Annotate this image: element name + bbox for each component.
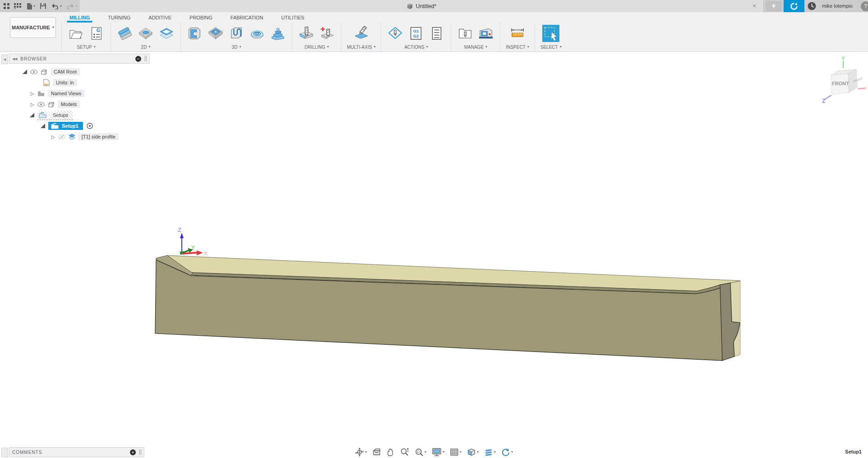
fusion-logo-button[interactable] bbox=[784, 0, 804, 12]
setup1-selected-row[interactable]: Setup1 bbox=[48, 122, 83, 130]
tree-row-models[interactable]: ▷ Models bbox=[9, 99, 150, 110]
new-tab-button[interactable]: + bbox=[766, 1, 782, 11]
file-grid-icon[interactable] bbox=[14, 3, 22, 9]
drill-new-button[interactable] bbox=[319, 25, 336, 42]
viewports-button[interactable]: ▾ bbox=[465, 446, 481, 458]
collapse-triangle-icon[interactable]: ▷ bbox=[31, 91, 34, 96]
2d-pocket-button[interactable] bbox=[137, 25, 154, 42]
machine-library-button[interactable] bbox=[477, 25, 494, 42]
group-label-manage[interactable]: MANAGE▾ bbox=[464, 43, 487, 51]
tab-milling[interactable]: MILLING bbox=[66, 13, 93, 23]
visibility-eye-icon[interactable] bbox=[37, 102, 45, 107]
tree-label-units[interactable]: Units: in bbox=[53, 79, 77, 86]
display-settings-button[interactable]: ▾ bbox=[429, 446, 447, 458]
visibility-off-eye-icon[interactable] bbox=[58, 134, 65, 139]
drill-button[interactable] bbox=[298, 25, 315, 42]
2d-contour-button[interactable] bbox=[158, 25, 175, 42]
tab-fabrication[interactable]: FABRICATION bbox=[227, 13, 267, 23]
help-button[interactable]: ? bbox=[861, 1, 868, 11]
expand-triangle-icon[interactable] bbox=[41, 124, 45, 128]
tree-row-setups[interactable]: Setups bbox=[9, 110, 150, 120]
expand-triangle-icon[interactable] bbox=[30, 113, 34, 117]
group-label-multi-axis[interactable]: MULTI-AXIS▾ bbox=[347, 43, 375, 51]
tree-label-models[interactable]: Models bbox=[58, 101, 80, 108]
expand-triangle-icon[interactable] bbox=[23, 69, 27, 74]
redo-button[interactable]: ▾ bbox=[66, 3, 77, 9]
layout-button[interactable]: ▾ bbox=[482, 446, 498, 458]
tab-turning[interactable]: TURNING bbox=[104, 13, 134, 23]
group-label-inspect[interactable]: INSPECT▾ bbox=[506, 43, 529, 51]
browser-remove-icon[interactable]: − bbox=[135, 56, 141, 62]
tree-row-units[interactable]: Units: in bbox=[9, 77, 150, 88]
browser-drag-grip[interactable] bbox=[145, 56, 147, 61]
grid-and-snaps-button[interactable]: ▾ bbox=[448, 446, 464, 458]
3d-spiral-button[interactable] bbox=[249, 25, 266, 42]
tree-label-t1-side-profile[interactable]: [T1] side profile bbox=[78, 133, 119, 140]
title-bar: ▾ ▾ ▾ Untitled* × + mike lotem bbox=[0, 0, 868, 12]
zoom-button[interactable] bbox=[398, 446, 411, 458]
tool-library-button[interactable] bbox=[457, 25, 474, 42]
user-name[interactable]: mike lotempio bbox=[822, 3, 853, 9]
zoom-window-button[interactable]: ▾ bbox=[412, 446, 429, 458]
comments-drag-grip[interactable] bbox=[139, 449, 141, 455]
group-label-select[interactable]: SELECT▾ bbox=[540, 43, 562, 51]
ribbon: MANUFACTURE ▾ MILLING TURNING ADDITIVE P… bbox=[0, 12, 868, 52]
tab-probing[interactable]: PROBING bbox=[186, 13, 216, 23]
measure-button[interactable] bbox=[509, 25, 526, 42]
tree-label-setups[interactable]: Setups bbox=[50, 111, 71, 119]
tab-utilities[interactable]: UTILITIES bbox=[277, 13, 308, 23]
setup-sheet-button[interactable] bbox=[428, 25, 445, 42]
simulate-button[interactable] bbox=[387, 25, 404, 42]
select-button[interactable] bbox=[542, 25, 559, 42]
2d-face-button[interactable] bbox=[116, 25, 134, 42]
add-comment-icon[interactable]: + bbox=[130, 449, 136, 455]
multi-axis-button[interactable] bbox=[353, 25, 370, 42]
view-cube[interactable]: Y FRONT RIGHT X Z bbox=[822, 56, 868, 108]
save-button[interactable] bbox=[40, 3, 46, 9]
file-menu-button[interactable]: ▾ bbox=[26, 3, 35, 10]
3d-contour-button[interactable] bbox=[228, 25, 245, 42]
refresh-button[interactable]: ▾ bbox=[499, 446, 515, 458]
3d-pocket-button[interactable] bbox=[207, 25, 224, 42]
generate-gcode-button[interactable]: G bbox=[88, 25, 105, 42]
tree-label-cam-root[interactable]: CAM Root bbox=[51, 68, 80, 75]
tree-row-t1-side-profile[interactable]: ▷ [T1] side profile bbox=[9, 131, 150, 142]
tab-additive[interactable]: ADDITIVE bbox=[145, 13, 175, 23]
close-tab-icon[interactable]: × bbox=[751, 2, 758, 9]
orbit-button[interactable]: ▾ bbox=[353, 446, 369, 458]
group-label-drilling[interactable]: DRILLING▾ bbox=[305, 43, 329, 51]
multi-axis-icon bbox=[354, 26, 369, 41]
models-cube-icon bbox=[48, 101, 55, 108]
undo-button[interactable]: ▾ bbox=[51, 3, 62, 9]
app-grid-icon[interactable] bbox=[4, 3, 9, 9]
tree-row-named-views[interactable]: ▷ Named Views bbox=[9, 88, 150, 99]
ribbon-tabs: MILLING TURNING ADDITIVE PROBING FABRICA… bbox=[66, 12, 308, 23]
collapse-triangle-icon[interactable]: ▷ bbox=[31, 102, 34, 107]
tree-row-setup1[interactable]: Setup1 bbox=[9, 120, 150, 131]
group-label-actions[interactable]: ACTIONS▾ bbox=[404, 43, 428, 51]
look-at-button[interactable] bbox=[370, 446, 383, 458]
job-status-button[interactable] bbox=[807, 1, 817, 11]
visibility-eye-icon[interactable] bbox=[30, 69, 37, 74]
active-setup-target-icon[interactable] bbox=[86, 122, 93, 130]
group-label-2d[interactable]: 2D▾ bbox=[141, 43, 151, 51]
group-3d: 3D▾ bbox=[181, 23, 292, 51]
group-label-3d[interactable]: 3D▾ bbox=[232, 43, 241, 51]
comments-collapse-handle[interactable] bbox=[1, 448, 8, 457]
browser-collapse-icon[interactable]: ◀◀ bbox=[12, 57, 17, 61]
new-setup-button[interactable] bbox=[67, 25, 84, 42]
pan-button[interactable] bbox=[384, 446, 397, 458]
tree-row-cam-root[interactable]: CAM Root bbox=[9, 66, 150, 77]
group-label-setup[interactable]: SETUP▾ bbox=[77, 43, 95, 51]
2d-caret-icon: ▾ bbox=[148, 45, 150, 49]
zoom-window-icon bbox=[415, 448, 424, 457]
3d-adaptive-button[interactable] bbox=[186, 25, 203, 42]
browser-collapse-handle[interactable]: ◀ bbox=[1, 55, 8, 64]
document-tab[interactable]: Untitled* × bbox=[79, 0, 764, 12]
collapse-triangle-icon[interactable]: ▷ bbox=[51, 134, 55, 139]
browser-panel: ◀◀ BROWSER − CAM Root Units: in ▷ Named … bbox=[9, 54, 150, 142]
tree-label-named-views[interactable]: Named Views bbox=[48, 90, 85, 97]
workspace-switcher-button[interactable]: MANUFACTURE ▾ bbox=[10, 17, 56, 38]
3d-scallop-button[interactable] bbox=[269, 25, 286, 42]
post-process-button[interactable]: G1 G2 bbox=[407, 25, 425, 42]
